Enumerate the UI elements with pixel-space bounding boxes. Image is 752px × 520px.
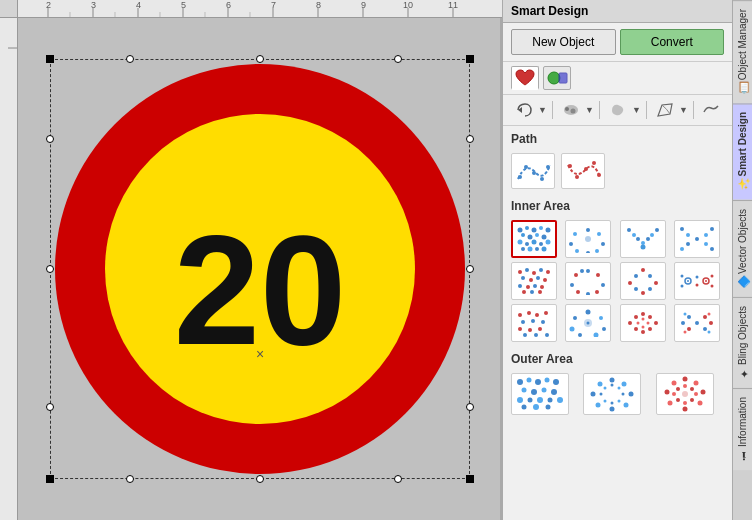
svg-point-88	[704, 242, 708, 246]
inner-area-cell-10[interactable]	[565, 304, 611, 342]
tool-undo[interactable]	[511, 99, 536, 121]
undo-dropdown-arrow[interactable]: ▼	[538, 105, 547, 115]
handle-mid-right[interactable]	[466, 265, 474, 273]
side-tab-object-manager[interactable]: 📋 Object Manager	[733, 0, 752, 103]
svg-point-56	[525, 242, 529, 246]
svg-text:3: 3	[91, 0, 96, 10]
handle-d1[interactable]	[46, 135, 54, 143]
inner-area-cell-6[interactable]	[565, 262, 611, 300]
svg-point-137	[521, 320, 525, 324]
outer-pattern-2-svg	[586, 376, 638, 412]
side-tab-bling-objects[interactable]: ✦ Bling Objects	[733, 297, 752, 388]
svg-point-151	[570, 327, 575, 332]
svg-point-188	[528, 398, 533, 403]
tools-row: ▼ ▼ ▼	[503, 95, 732, 126]
handle-top-center[interactable]	[256, 55, 264, 63]
handle-d7[interactable]	[126, 475, 134, 483]
handle-top-left[interactable]	[46, 55, 54, 63]
outer-area-cell-1[interactable]	[511, 373, 569, 415]
svg-point-193	[533, 404, 539, 410]
side-tab-information[interactable]: ℹ Information	[733, 388, 752, 470]
inner-area-cell-7[interactable]	[620, 262, 666, 300]
handle-d3[interactable]	[466, 135, 474, 143]
svg-point-145	[545, 333, 549, 337]
inner-area-cell-5[interactable]	[511, 262, 557, 300]
svg-point-36	[518, 175, 522, 179]
svg-point-96	[529, 278, 533, 282]
svg-point-51	[521, 233, 525, 237]
sign-container[interactable]: 20 ×	[50, 59, 470, 479]
svg-point-218	[671, 381, 676, 386]
inner-area-cell-9[interactable]	[511, 304, 557, 342]
svg-point-78	[650, 233, 654, 237]
svg-point-159	[641, 330, 645, 334]
tab-shapes[interactable]	[543, 66, 571, 90]
svg-point-130	[680, 285, 683, 288]
svg-point-181	[545, 378, 550, 383]
undo-icon	[516, 103, 532, 117]
inner-area-cell-8[interactable]	[674, 262, 720, 300]
svg-rect-31	[559, 73, 567, 83]
svg-point-177	[707, 331, 710, 334]
svg-point-57	[532, 240, 537, 245]
svg-point-44	[592, 161, 596, 165]
svg-point-144	[534, 333, 538, 337]
handle-bottom-right[interactable]	[466, 475, 474, 483]
svg-point-195	[610, 378, 615, 383]
tool-blob1[interactable]	[558, 99, 583, 121]
main-content: 2 3 4 5 6 7 8 9 10 11	[0, 0, 502, 520]
handle-bottom-left[interactable]	[46, 475, 54, 483]
handle-mid-left[interactable]	[46, 265, 54, 273]
path-cell-1[interactable]	[511, 153, 555, 189]
svg-point-134	[527, 311, 531, 315]
svg-point-129	[680, 275, 683, 278]
svg-point-156	[634, 315, 638, 319]
svg-point-135	[535, 313, 539, 317]
handle-d4[interactable]	[466, 403, 474, 411]
svg-point-214	[697, 401, 702, 406]
tool-pen[interactable]	[652, 99, 677, 121]
blob2-dropdown-arrow[interactable]: ▼	[632, 105, 641, 115]
handle-bottom-center[interactable]	[256, 475, 264, 483]
outer-area-cell-2[interactable]	[583, 373, 641, 415]
svg-point-227	[682, 391, 688, 397]
svg-point-139	[541, 320, 545, 324]
outer-area-cell-3[interactable]	[656, 373, 714, 415]
inner-area-cell-4[interactable]	[674, 220, 720, 258]
side-tab-vector-objects[interactable]: 🔷 Vector Objects	[733, 200, 752, 297]
side-tab-vector-objects-label: Vector Objects	[737, 209, 748, 274]
handle-d8[interactable]	[394, 475, 402, 483]
outer-pattern-1-svg	[514, 376, 566, 412]
side-tab-bling-objects-label: Bling Objects	[737, 306, 748, 365]
side-tab-smart-design[interactable]: ✨ Smart Design	[733, 103, 752, 199]
svg-point-91	[525, 268, 529, 272]
panel-title: Smart Design	[503, 0, 732, 23]
tool-blob2[interactable]	[605, 99, 630, 121]
inner-area-cell-2[interactable]	[565, 220, 611, 258]
svg-point-220	[690, 387, 694, 391]
handle-d5[interactable]	[126, 55, 134, 63]
panel-buttons-row: New Object Convert	[503, 23, 732, 62]
pen-dropdown-arrow[interactable]: ▼	[679, 105, 688, 115]
convert-button[interactable]: Convert	[620, 29, 725, 55]
svg-point-54	[542, 235, 547, 240]
blob1-dropdown-arrow[interactable]: ▼	[585, 105, 594, 115]
tab-heart[interactable]	[511, 66, 539, 90]
new-object-button[interactable]: New Object	[511, 29, 616, 55]
svg-point-106	[586, 269, 590, 273]
path-cell-2[interactable]	[561, 153, 605, 189]
handle-top-right[interactable]	[466, 55, 474, 63]
svg-point-41	[568, 164, 572, 168]
svg-point-42	[575, 175, 579, 179]
svg-point-115	[641, 268, 645, 272]
svg-point-84	[704, 233, 708, 237]
svg-point-212	[693, 381, 698, 386]
inner-area-cell-3[interactable]	[620, 220, 666, 258]
tool-extra[interactable]	[699, 99, 724, 121]
svg-point-208	[604, 400, 607, 403]
inner-area-cell-12[interactable]	[674, 304, 720, 342]
svg-point-30	[548, 72, 560, 84]
inner-area-cell-11[interactable]	[620, 304, 666, 342]
inner-area-cell-1[interactable]	[511, 220, 557, 258]
svg-point-38	[532, 171, 536, 175]
